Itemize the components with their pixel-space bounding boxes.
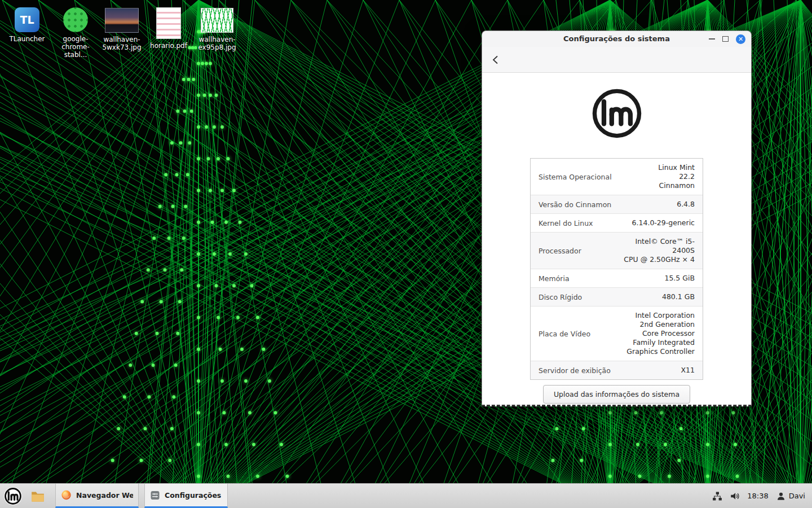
info-label: Kernel do Linux (531, 214, 617, 232)
taskbar-item-browser[interactable]: Navegador We... (55, 484, 139, 508)
chrome-package-icon (63, 7, 88, 32)
volume-icon[interactable] (730, 491, 740, 501)
user-name: Davi (789, 492, 805, 500)
info-row-display-server: Servidor de exibição X11 (531, 361, 703, 379)
desktop-icon-wallhaven-ex95p8[interactable]: wallhaven-ex95p8.jpg (192, 8, 242, 51)
window-titlebar[interactable]: Configurações do sistema ✕ (482, 31, 751, 47)
system-info-table: Sistema Operacional Linux Mint 22.2 Cinn… (530, 158, 703, 380)
icon-label: google-chrome-stabl... (51, 35, 100, 59)
system-info-panel: Sistema Operacional Linux Mint 22.2 Cinn… (482, 73, 751, 406)
icon-label: wallhaven-5wxk73.jpg (102, 36, 141, 51)
info-label: Disco Rígido (531, 288, 617, 306)
desktop-icon-chrome-package[interactable]: google-chrome-stabl... (51, 7, 100, 59)
info-row-disk: Disco Rígido 480.1 GB (531, 288, 703, 306)
file-manager-button[interactable] (26, 484, 50, 508)
icon-label: horario.pdf (150, 42, 187, 50)
info-value: 480.1 GB (617, 288, 703, 306)
desktop-icon-tlauncher[interactable]: TL TLauncher (2, 7, 52, 43)
pdf-thumbnail-icon (156, 7, 181, 39)
taskbar-item-label: Configurações ... (165, 491, 222, 500)
close-icon[interactable]: ✕ (736, 34, 745, 44)
info-label: Memória (531, 270, 617, 287)
info-label: Versão do Cinnamon (531, 196, 617, 213)
info-label: Processador (531, 242, 617, 260)
info-value: Linux Mint 22.2 Cinnamon (617, 159, 703, 195)
user-applet[interactable]: Davi (776, 491, 805, 501)
user-icon (776, 491, 786, 501)
window-toolbar (482, 47, 751, 73)
desktop-icon-wallhaven-5wxk73[interactable]: wallhaven-5wxk73.jpg (97, 8, 147, 51)
clock-applet[interactable]: 18:38 (747, 492, 768, 500)
upload-system-info-button[interactable]: Upload das informações do sistema (543, 385, 690, 404)
taskbar: Navegador We... Configurações ... (0, 483, 812, 508)
icon-label: TLauncher (9, 35, 45, 43)
info-label: Servidor de exibição (531, 362, 617, 379)
info-row-memory: Memória 15.5 GiB (531, 269, 703, 288)
info-value: Intel Corporation 2nd Generation Core Pr… (617, 306, 703, 361)
info-row-processor: Processador Intel© Core™ i5-2400S CPU @ … (531, 233, 703, 269)
image-thumbnail-icon (201, 8, 233, 33)
info-value: 6.14.0-29-generic (617, 214, 703, 232)
firefox-icon (61, 489, 72, 501)
back-icon[interactable] (490, 54, 501, 65)
info-row-os: Sistema Operacional Linux Mint 22.2 Cinn… (531, 159, 703, 195)
mint-menu-button[interactable] (0, 484, 26, 508)
info-label: Placa de Vídeo (531, 325, 617, 343)
tlauncher-icon: TL (15, 7, 39, 32)
minimize-icon[interactable] (709, 38, 715, 40)
info-label: Sistema Operacional (531, 168, 617, 186)
settings-icon (150, 489, 160, 501)
folder-icon (30, 489, 45, 503)
tlauncher-glyph: TL (20, 14, 34, 26)
window-controls: ✕ (709, 31, 745, 47)
taskbar-item-label: Navegador We... (76, 491, 133, 500)
maximize-icon[interactable] (722, 36, 729, 42)
info-value: 6.4.8 (617, 195, 703, 213)
info-row-cinnamon-version: Versão do Cinnamon 6.4.8 (531, 195, 703, 214)
icon-label: wallhaven-ex95p8.jpg (198, 36, 236, 51)
info-value: Intel© Core™ i5-2400S CPU @ 2.50GHz × 4 (617, 233, 703, 269)
system-tray: 18:38 Davi (712, 484, 812, 508)
desktop-icon-horario-pdf[interactable]: horario.pdf (144, 7, 193, 50)
image-thumbnail-icon (105, 8, 139, 33)
mint-menu-icon (4, 487, 22, 505)
info-row-kernel: Kernel do Linux 6.14.0-29-generic (531, 214, 703, 233)
network-icon[interactable] (712, 491, 722, 501)
system-settings-window: Configurações do sistema ✕ (482, 30, 752, 406)
info-value: X11 (617, 361, 703, 379)
desktop: TL TLauncher google-chrome-stabl... wall… (0, 0, 812, 508)
taskbar-item-settings[interactable]: Configurações ... (144, 484, 228, 508)
linux-mint-logo (591, 87, 643, 139)
info-value: 15.5 GiB (617, 269, 703, 287)
info-row-gpu: Placa de Vídeo Intel Corporation 2nd Gen… (531, 306, 703, 361)
